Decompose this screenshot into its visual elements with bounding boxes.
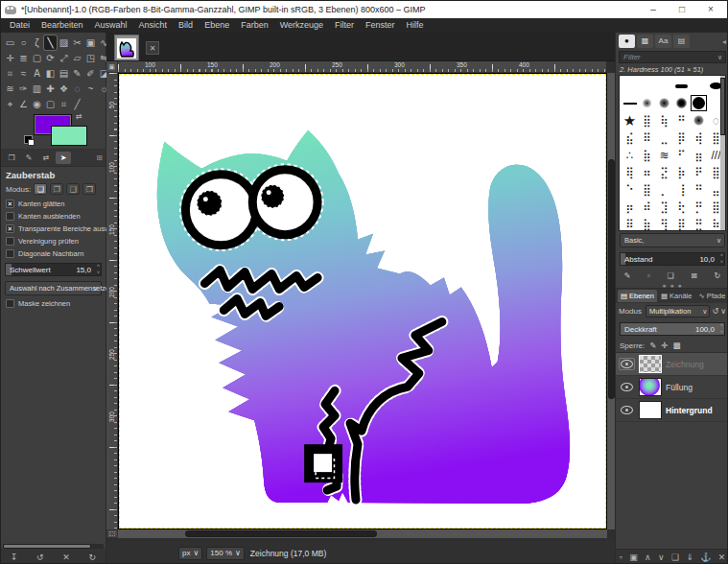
delete-brush-button[interactable]: ⊠ xyxy=(691,271,697,280)
reset-colors-icon[interactable] xyxy=(24,135,33,144)
select-by-color-tool[interactable]: ▨ xyxy=(58,35,70,50)
tab-patterns[interactable]: ▩ xyxy=(637,35,653,48)
mode-intersect-button[interactable]: ❒ xyxy=(82,183,96,195)
text-tool[interactable]: A xyxy=(31,66,43,81)
brush-item[interactable]: ⠶ xyxy=(639,164,655,180)
tab-document-history[interactable]: ▤ xyxy=(673,35,690,48)
crop-tool[interactable]: ▢ xyxy=(31,51,43,65)
maximize-button[interactable]: □ xyxy=(668,1,696,18)
shear-tool[interactable]: ▱ xyxy=(71,51,83,65)
option-row-4[interactable]: Diagonale Nachbarn xyxy=(1,247,106,260)
brush-item[interactable]: ⣀ xyxy=(656,129,672,146)
minimize-button[interactable]: – xyxy=(639,1,668,18)
scrollbar-thumb[interactable] xyxy=(185,530,377,537)
tab-device-status[interactable]: ✎ xyxy=(21,152,36,164)
image-canvas[interactable] xyxy=(119,74,606,529)
option-row-3[interactable]: Vereinigung prüfen xyxy=(1,235,106,247)
brush-item[interactable]: ⢷ xyxy=(656,112,672,129)
draw-mask-checkbox[interactable] xyxy=(6,299,14,308)
tab-fonts[interactable]: Aa xyxy=(655,35,671,48)
menu-fenster[interactable]: Fenster xyxy=(360,18,401,33)
brush-item[interactable] xyxy=(673,95,690,111)
duplicate-brush-button[interactable]: ❏ xyxy=(667,271,673,280)
brush-item[interactable]: ⢾ xyxy=(691,129,707,146)
background-color-swatch[interactable] xyxy=(51,126,87,146)
rotate-tool[interactable]: ⟳ xyxy=(44,51,57,65)
layer-row-zeichnung[interactable]: Zeichnung xyxy=(616,353,728,376)
menu-datei[interactable]: Datei xyxy=(4,18,35,33)
brush-item[interactable]: ⡷ xyxy=(673,164,690,180)
color-picker-tool[interactable]: ⌖ xyxy=(4,97,16,111)
zoom-select[interactable]: 150 % ∨ xyxy=(206,547,245,560)
option-row-0[interactable]: ✕Kanten glätten xyxy=(1,198,106,210)
handle-transform-tool[interactable]: ⌗ xyxy=(58,97,70,111)
perspective-tool[interactable]: ◳ xyxy=(84,51,97,65)
brush-item[interactable]: ⣛ xyxy=(691,216,707,231)
cage-transform-tool[interactable]: ⌗ xyxy=(4,66,16,81)
menu-bearbeiten[interactable]: Bearbeiten xyxy=(35,18,89,33)
spacing-spinner[interactable]: ˄˅ xyxy=(720,252,723,266)
new-layer-group-button[interactable]: ▣ xyxy=(629,552,638,562)
lock-alpha-button[interactable]: ▩ xyxy=(672,341,680,350)
mypaint-brush-tool[interactable]: ╱ xyxy=(71,97,83,111)
tab-close-icon[interactable]: ✕ xyxy=(146,41,159,55)
tab-tool-options[interactable]: ❒ xyxy=(4,152,19,164)
tab-channels[interactable]: ▦Kanäle xyxy=(658,290,694,302)
free-select-tool[interactable]: ζ xyxy=(31,35,43,50)
brush-item[interactable]: ★ xyxy=(622,112,638,129)
refresh-brushes-button[interactable]: ↻ xyxy=(714,271,720,280)
menu-auswahl[interactable]: Auswahl xyxy=(89,18,133,33)
save-tool-preset-button[interactable]: ↧ xyxy=(11,552,18,562)
layer-thumbnail[interactable] xyxy=(639,401,662,419)
brush-item[interactable] xyxy=(639,95,655,111)
ink-tool[interactable]: ✑ xyxy=(17,82,30,96)
tab-layers[interactable]: ▤Ebenen xyxy=(618,290,657,302)
brush-item[interactable]: ⡛ xyxy=(691,199,707,215)
rectangle-select-tool[interactable]: ▭ xyxy=(4,35,16,50)
brush-filter-input[interactable]: Filter ∨ xyxy=(619,51,726,63)
brush-scrollbar[interactable] xyxy=(720,76,725,230)
gradient-tool[interactable]: ▤ xyxy=(58,66,70,81)
warp-transform-tool[interactable]: ≈ xyxy=(17,66,30,81)
new-layer-button[interactable]: ▫ xyxy=(620,552,622,562)
smudge-tool[interactable]: ~ xyxy=(84,82,97,96)
reset-tool-options-button[interactable]: ↻ xyxy=(89,552,97,562)
switch-mode-group-button[interactable]: ↺ xyxy=(712,307,718,316)
blur-sharpen-tool[interactable]: ◌ xyxy=(71,82,83,96)
fuzzy-select-tool[interactable]: ╲ xyxy=(44,35,57,50)
mode-subtract-button[interactable]: ❑ xyxy=(66,183,80,195)
perspective-clone-tool[interactable]: ❖ xyxy=(58,82,70,96)
brush-item[interactable]: ⠛ xyxy=(691,181,707,198)
delete-tool-preset-button[interactable]: ✕ xyxy=(62,552,70,562)
image-tab[interactable] xyxy=(114,35,139,60)
scrollbar-thumb[interactable] xyxy=(720,78,725,135)
brush-item[interactable]: ⡿ xyxy=(673,129,690,146)
brush-item[interactable] xyxy=(691,112,707,129)
brush-item[interactable]: ⢿ xyxy=(622,164,638,180)
brush-item[interactable]: ⣷ xyxy=(639,216,655,231)
brush-item[interactable] xyxy=(639,78,655,94)
threshold-spinner[interactable]: ˄˅ xyxy=(97,263,100,276)
lock-pixels-button[interactable]: ✎ xyxy=(649,341,656,350)
tab-undo-history[interactable]: ⇄ xyxy=(38,152,54,164)
tab-pointer[interactable]: ➤ xyxy=(56,152,71,164)
visibility-toggle[interactable] xyxy=(619,358,635,370)
option-row-2[interactable]: ✕Transparente Bereiche auswählen xyxy=(1,223,106,235)
layer-mode-select[interactable]: Multiplikation ∨ xyxy=(646,305,710,317)
foreground-select-tool[interactable]: ▣ xyxy=(84,35,97,50)
visibility-toggle[interactable] xyxy=(619,404,635,416)
brush-item[interactable]: ⡿ xyxy=(673,216,690,231)
zoom-tool[interactable]: ◉ xyxy=(31,97,43,111)
brush-item[interactable]: ⠋ xyxy=(673,147,690,163)
brush-item[interactable]: ⣹ xyxy=(656,199,672,215)
raise-layer-button[interactable]: ∧ xyxy=(645,552,651,562)
horizontal-ruler[interactable]: 100150200250300350400 xyxy=(118,61,606,73)
brush-item[interactable]: ⠑ xyxy=(622,181,638,198)
draw-mask-row[interactable]: Maske zeichnen xyxy=(1,297,106,310)
merge-layer-button[interactable]: ⇓ xyxy=(686,552,693,562)
mode-replace-button[interactable]: ❏ xyxy=(34,183,47,195)
scrollbar-thumb[interactable] xyxy=(608,159,615,399)
layer-row-füllung[interactable]: Füllung xyxy=(616,376,728,399)
add-tab-button[interactable]: ⊞ xyxy=(96,153,103,162)
mode-add-button[interactable]: ❐ xyxy=(50,183,63,195)
